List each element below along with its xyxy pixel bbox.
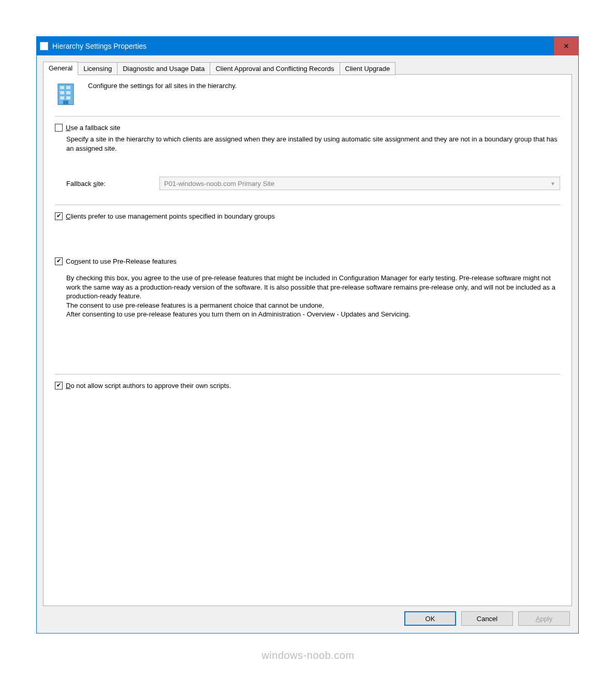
tab-general[interactable]: General [43, 62, 78, 75]
svg-rect-4 [66, 91, 70, 94]
separator [55, 374, 560, 375]
tab-client-upgrade[interactable]: Client Upgrade [340, 62, 396, 75]
cancel-label: Cancel [477, 615, 497, 623]
separator [55, 205, 560, 205]
apply-button[interactable]: Apply [518, 611, 570, 626]
svg-rect-6 [66, 96, 70, 99]
titlebar: Hierarchy Settings Properties ✕ [37, 37, 578, 55]
window-title: Hierarchy Settings Properties [52, 42, 146, 50]
fallback-section: Use a fallback site Specify a site in th… [55, 124, 560, 190]
window-icon [40, 42, 48, 50]
close-button[interactable]: ✕ [553, 37, 578, 55]
fallback-checkbox[interactable] [55, 124, 63, 132]
cancel-button[interactable]: Cancel [461, 611, 513, 626]
svg-rect-1 [60, 86, 64, 89]
tab-label: Client Approval and Conflicting Records [215, 65, 334, 73]
apply-label: Apply [536, 615, 553, 623]
scripts-checkbox[interactable] [55, 382, 63, 390]
tab-panel-general: Configure the settings for all sites in … [43, 74, 572, 606]
scripts-label: Do not allow script authors to approve t… [66, 382, 231, 390]
svg-rect-3 [60, 91, 64, 94]
scripts-checkbox-row[interactable]: Do not allow script authors to approve t… [55, 382, 560, 390]
titlebar-left: Hierarchy Settings Properties [40, 42, 146, 50]
consent-checkbox[interactable] [55, 257, 63, 265]
tab-label: General [49, 64, 72, 72]
separator [55, 116, 560, 117]
fallback-site-row: Fallback site: P01-windows-noob.com Prim… [66, 177, 560, 190]
consent-section: Consent to use Pre-Release features By c… [55, 257, 560, 319]
tab-diagnostic[interactable]: Diagnostic and Usage Data [117, 62, 210, 75]
consent-checkbox-row[interactable]: Consent to use Pre-Release features [55, 257, 560, 265]
fallback-checkbox-label: Use a fallback site [66, 124, 121, 132]
svg-rect-2 [66, 86, 70, 89]
button-bar: OK Cancel Apply [43, 606, 572, 627]
svg-rect-5 [60, 96, 64, 99]
fallback-site-combo[interactable]: P01-windows-noob.com Primary Site ▼ [159, 177, 560, 190]
close-icon: ✕ [563, 42, 569, 50]
hierarchy-icon [55, 82, 80, 107]
chevron-down-icon: ▼ [550, 181, 555, 186]
intro-row: Configure the settings for all sites in … [55, 82, 560, 107]
ok-label: OK [426, 615, 435, 623]
tab-label: Licensing [83, 65, 112, 73]
tab-client-approval[interactable]: Client Approval and Conflicting Records [210, 62, 340, 75]
scripts-section: Do not allow script authors to approve t… [55, 382, 560, 393]
intro-text: Configure the settings for all sites in … [88, 82, 237, 90]
client-area: General Licensing Diagnostic and Usage D… [37, 55, 578, 633]
dialog-window: Hierarchy Settings Properties ✕ General … [36, 36, 579, 634]
fallback-desc: Specify a site in the hierarchy to which… [66, 135, 560, 153]
clients-pref-section: Clients prefer to use management points … [55, 212, 560, 223]
clients-pref-label: Clients prefer to use management points … [66, 212, 275, 220]
tab-label: Client Upgrade [345, 65, 390, 73]
ok-button[interactable]: OK [404, 611, 456, 626]
fallback-checkbox-row[interactable]: Use a fallback site [55, 124, 560, 132]
watermark: windows-noob.com [261, 650, 354, 661]
tabstrip: General Licensing Diagnostic and Usage D… [43, 62, 572, 75]
fallback-site-value: P01-windows-noob.com Primary Site [164, 180, 274, 188]
tab-licensing[interactable]: Licensing [78, 62, 118, 75]
clients-pref-checkbox-row[interactable]: Clients prefer to use management points … [55, 212, 560, 220]
fallback-site-label: Fallback site: [66, 180, 154, 188]
svg-rect-7 [63, 100, 68, 105]
clients-pref-checkbox[interactable] [55, 212, 63, 220]
consent-desc: By checking this box, you agree to the u… [66, 274, 560, 319]
consent-label: Consent to use Pre-Release features [66, 257, 177, 265]
tab-label: Diagnostic and Usage Data [123, 65, 204, 73]
spacer [55, 396, 560, 599]
